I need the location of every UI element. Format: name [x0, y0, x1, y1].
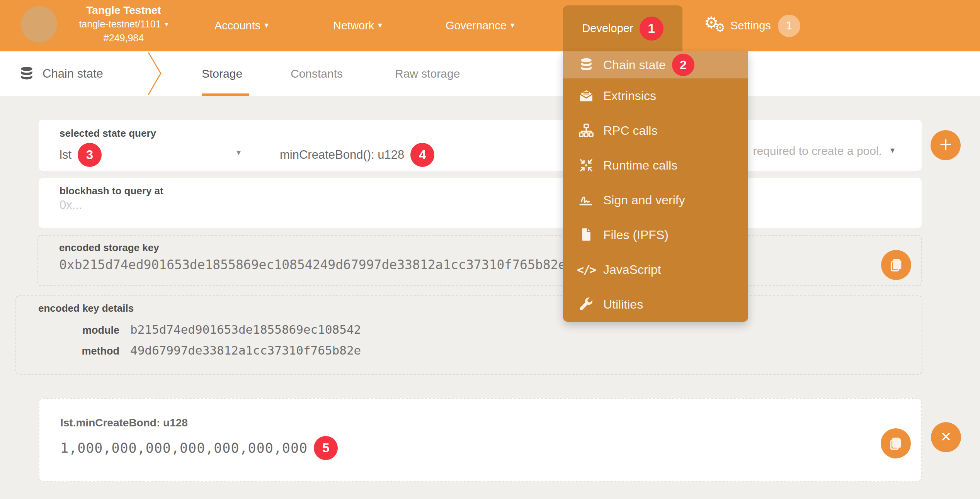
method-hash-value: 49d67997de33812a1cc37310f765b82e: [130, 343, 361, 357]
pallet-select[interactable]: lst 3: [60, 143, 102, 167]
selected-query-label: selected state query: [60, 127, 156, 139]
best-block-number: #249,984: [62, 32, 185, 44]
module-row: module b215d74ed901653de1855869ec108542: [38, 322, 361, 336]
top-header: Tangle Testnet tangle-testnet/1101▾ #249…: [0, 0, 980, 51]
tab-raw-storage[interactable]: Raw storage: [395, 51, 460, 96]
method-select[interactable]: minCreateBond(): u128 4: [280, 143, 434, 167]
blockhash-label: blockhash to query at: [60, 185, 163, 197]
nav-network[interactable]: Network▾: [333, 0, 382, 51]
menu-item-sign-verify[interactable]: Sign and verify: [563, 183, 748, 217]
copy-result-button[interactable]: [881, 428, 911, 458]
copy-key-button[interactable]: [881, 250, 911, 280]
tab-constants[interactable]: Constants: [291, 51, 343, 96]
blockhash-input[interactable]: [60, 198, 523, 212]
method-hash-label: method: [38, 345, 119, 357]
caret-down-icon: ▾: [890, 145, 895, 155]
developer-step-badge: 1: [640, 17, 664, 41]
method-help-text: required to create a pool.: [753, 144, 882, 158]
result-label: lst.minCreateBond: u128: [60, 417, 188, 429]
caret-down-icon: ▾: [165, 18, 168, 31]
caret-down-icon: ▾: [510, 20, 514, 30]
caret-down-icon[interactable]: ▾: [236, 148, 241, 158]
section-title-block[interactable]: Chain state: [19, 51, 103, 96]
caret-down-icon: ▾: [378, 20, 382, 30]
module-label: module: [38, 324, 119, 336]
state-query-card: selected state query lst 3 ▾ minCreateBo…: [39, 120, 922, 171]
active-tab-underline: [202, 93, 249, 96]
database-icon: [19, 66, 35, 82]
pallet-step-badge: 3: [78, 143, 102, 167]
chain-state-step-badge: 2: [672, 54, 694, 76]
caret-down-icon: ▾: [264, 20, 268, 30]
wrench-icon: [578, 297, 595, 312]
page-title: Chain state: [43, 67, 103, 81]
menu-item-utilities[interactable]: Utilities: [563, 287, 748, 322]
encoded-storage-key-panel: encoded storage key 0xb215d74ed901653de1…: [37, 235, 922, 286]
network-logo[interactable]: [21, 6, 57, 42]
menu-item-extrinsics[interactable]: Extrinsics: [563, 78, 748, 113]
nav-accounts[interactable]: Accounts▾: [214, 0, 269, 51]
blockhash-card: blockhash to query at: [39, 178, 922, 228]
copy-icon: [888, 257, 904, 273]
copy-icon: [888, 436, 903, 451]
menu-item-rpc-calls[interactable]: RPC calls: [563, 113, 748, 148]
settings-count-badge: 1: [778, 15, 800, 37]
code-icon: </>: [578, 262, 595, 277]
nav-developer[interactable]: Developer 1: [563, 5, 682, 51]
menu-item-javascript[interactable]: </> JavaScript: [563, 252, 748, 287]
file-icon: [578, 227, 595, 243]
network-spec: tangle-testnet/1101▾: [62, 18, 185, 32]
nav-governance[interactable]: Governance▾: [446, 0, 514, 51]
gears-icon: ⚙⚙: [704, 15, 726, 37]
network-name: Tangle Testnet: [62, 3, 185, 18]
module-value: b215d74ed901653de1855869ec108542: [130, 322, 361, 336]
nav-settings[interactable]: ⚙⚙ Settings 1: [704, 0, 800, 51]
key-details-label: encoded key details: [38, 302, 134, 314]
pallet-value: lst: [60, 148, 71, 162]
database-icon: [578, 57, 595, 73]
result-step-badge: 5: [314, 436, 338, 460]
remove-result-button[interactable]: ×: [931, 422, 961, 452]
encoded-key-value: 0xb215d74ed901653de1855869ec10854249d679…: [59, 257, 565, 272]
signature-icon: [578, 192, 595, 208]
method-value: minCreateBond(): u128: [280, 148, 404, 162]
menu-item-runtime-calls[interactable]: Runtime calls: [563, 148, 748, 183]
result-value: 1,000,000,000,000,000,000,000: [60, 440, 308, 456]
developer-dropdown-menu: Chain state 2 Extrinsics RPC calls Runti…: [563, 51, 748, 322]
add-query-button[interactable]: +: [931, 130, 961, 160]
close-icon: ×: [941, 426, 951, 447]
menu-item-files-ipfs[interactable]: Files (IPFS): [563, 217, 748, 252]
network-info[interactable]: Tangle Testnet tangle-testnet/1101▾ #249…: [62, 3, 185, 44]
method-help[interactable]: required to create a pool. ▾: [753, 144, 895, 158]
sitemap-icon: [578, 123, 595, 138]
compress-arrows-icon: [578, 158, 595, 173]
section-tabbar: Chain state Storage Constants Raw storag…: [0, 51, 980, 96]
method-step-badge: 4: [410, 143, 434, 167]
query-result-card: lst.minCreateBond: u128 1,000,000,000,00…: [39, 398, 922, 482]
encoded-key-details-panel: encoded key details module b215d74ed9016…: [15, 295, 922, 375]
envelope-icon: [578, 88, 595, 104]
tab-storage[interactable]: Storage: [202, 51, 242, 96]
menu-item-chain-state[interactable]: Chain state 2: [563, 51, 748, 78]
method-hash-row: method 49d67997de33812a1cc37310f765b82e: [38, 343, 361, 357]
plus-icon: +: [939, 132, 952, 157]
result-row: 1,000,000,000,000,000,000,000 5: [60, 436, 338, 460]
encoded-key-label: encoded storage key: [59, 242, 159, 254]
section-divider-chevron: [146, 51, 162, 96]
